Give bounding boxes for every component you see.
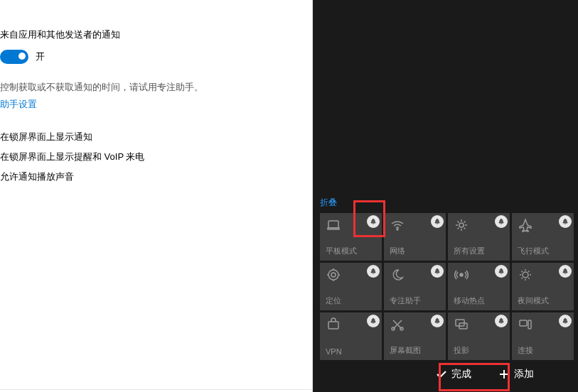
quick-action-tile-location[interactable]: 定位 [320, 263, 382, 310]
quick-action-tile-hotspot[interactable]: 移动热点 [448, 263, 510, 310]
svg-point-6 [460, 273, 463, 276]
svg-rect-13 [520, 320, 527, 326]
quick-action-tile-night[interactable]: 夜间模式 [512, 263, 574, 310]
quick-action-tile-tablet[interactable]: 平板模式 [320, 213, 382, 261]
svg-rect-0 [328, 221, 338, 228]
pin-icon[interactable] [431, 215, 444, 228]
quick-action-tile-wifi[interactable]: 网络 [384, 213, 446, 261]
focus-assist-settings-link[interactable]: 助手设置 [0, 98, 298, 111]
pin-icon[interactable] [367, 265, 380, 278]
quick-action-tile-connect[interactable]: 连接 [512, 312, 574, 360]
toggle-row: 开 [0, 50, 298, 64]
snip-icon [390, 317, 405, 332]
vpn-icon [326, 317, 341, 332]
connect-icon [518, 317, 533, 332]
quick-actions-grid: 平板模式网络所有设置飞行模式定位专注助手移动热点夜间模式VPN屏幕截图投影连接 [320, 213, 574, 360]
notif-toggle[interactable] [0, 50, 28, 64]
tile-label: 网络 [390, 246, 440, 256]
notifications-section: 来自应用和其他发送者的通知 开 控制获取或不获取通知的时间，请试用专注助手。 助… [0, 0, 312, 390]
tile-label: 飞行模式 [518, 246, 568, 256]
quick-action-tile-airplane[interactable]: 飞行模式 [512, 213, 574, 261]
bottom-buttons: 完成 添加 [424, 361, 545, 388]
check-icon [436, 369, 447, 380]
airplane-icon [518, 217, 533, 233]
svg-point-5 [328, 270, 338, 280]
moon-icon [390, 267, 405, 283]
tile-label: 平板模式 [326, 246, 376, 256]
notif-sound-check[interactable]: 允许通知播放声音 [0, 170, 298, 183]
pin-icon[interactable] [495, 215, 508, 228]
tile-label: 专注助手 [390, 295, 440, 306]
quick-action-tile-snip[interactable]: 屏幕截图 [384, 312, 446, 360]
tile-label: VPN [326, 347, 376, 356]
pin-icon[interactable] [559, 215, 572, 228]
add-label: 添加 [514, 368, 534, 381]
pin-icon[interactable] [367, 315, 380, 327]
pin-icon[interactable] [495, 315, 508, 327]
tile-label: 移动热点 [454, 295, 504, 306]
tile-label: 连接 [518, 345, 568, 356]
toggle-knob [18, 53, 26, 60]
svg-point-2 [397, 229, 398, 230]
pin-icon[interactable] [367, 215, 380, 228]
pin-icon[interactable] [431, 315, 444, 327]
add-button[interactable]: 添加 [487, 361, 545, 388]
svg-rect-14 [528, 320, 531, 329]
settings-content: 来自应用和其他发送者的通知 开 控制获取或不获取通知的时间，请试用专注助手。 助… [0, 0, 313, 392]
tile-label: 夜间模式 [518, 295, 568, 306]
toggle-state-label: 开 [36, 50, 45, 63]
pin-icon[interactable] [559, 265, 572, 278]
location-icon [326, 267, 341, 283]
hotspot-icon [454, 267, 469, 283]
tile-label: 所有设置 [454, 246, 504, 256]
tile-label: 定位 [326, 295, 376, 306]
svg-point-4 [331, 273, 336, 277]
lock-screen-voip-check[interactable]: 在锁屏界面上显示提醒和 VoIP 来电 [0, 151, 298, 163]
focus-assist-desc: 控制获取或不获取通知的时间，请试用专注助手。 [0, 81, 298, 94]
svg-rect-1 [328, 228, 339, 229]
night-icon [518, 267, 533, 283]
quick-action-tile-project[interactable]: 投影 [448, 312, 510, 360]
notif-from-apps-label: 来自应用和其他发送者的通知 [0, 28, 298, 41]
wifi-icon [390, 217, 405, 233]
quick-action-tile-vpn[interactable]: VPN [320, 312, 382, 360]
pin-icon[interactable] [431, 265, 444, 278]
gear-icon [454, 217, 469, 233]
lock-screen-notif-check[interactable]: 在锁屏界面上显示通知 [0, 131, 298, 143]
pin-icon[interactable] [495, 265, 508, 278]
done-label: 完成 [451, 368, 471, 381]
action-center-panel: 折叠 平板模式网络所有设置飞行模式定位专注助手移动热点夜间模式VPN屏幕截图投影… [313, 0, 578, 392]
quick-action-tile-gear[interactable]: 所有设置 [448, 213, 510, 261]
tile-label: 屏幕截图 [390, 345, 440, 356]
tile-label: 投影 [454, 345, 504, 356]
tablet-icon [326, 217, 341, 233]
svg-point-3 [459, 223, 464, 227]
collapse-link[interactable]: 折叠 [320, 197, 337, 209]
svg-point-7 [523, 272, 528, 278]
project-icon [454, 317, 469, 332]
quick-action-tile-moon[interactable]: 专注助手 [384, 263, 446, 310]
svg-rect-8 [328, 322, 338, 329]
done-button[interactable]: 完成 [424, 361, 483, 388]
plus-icon [498, 369, 510, 380]
pin-icon[interactable] [559, 315, 572, 327]
